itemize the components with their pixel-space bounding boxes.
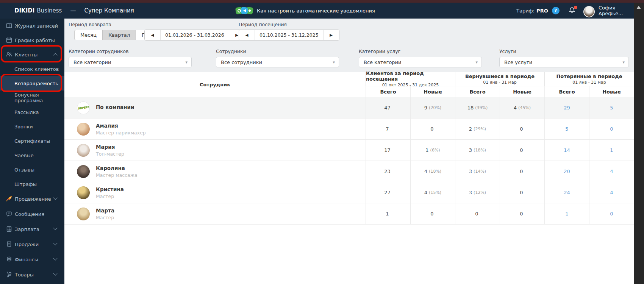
sidebar-item-bonus-program[interactable]: Бонусная программа	[0, 91, 64, 105]
cell-lost-new-link[interactable]: 4	[589, 161, 634, 182]
sidebar-item-tips[interactable]: Чаевые	[0, 148, 64, 162]
handtruck-icon	[5, 271, 13, 278]
employee-name: Каролина	[96, 165, 138, 171]
sidebar-item-label: Звонки	[14, 124, 33, 130]
cell-lost-new-link[interactable]: 5	[589, 97, 634, 118]
notifications-button[interactable]	[568, 6, 577, 15]
sidebar-item-penalties[interactable]: Штрафы	[0, 177, 64, 191]
employee-cell: Каролина Мастер массажа	[64, 161, 366, 182]
chevron-down-icon	[53, 241, 57, 245]
sidebar-item-label: Штрафы	[14, 181, 37, 187]
visit-period-datenav: ◀ 01.10.2025 - 31.12.2025 ▶	[239, 30, 339, 41]
user-avatar[interactable]	[583, 6, 595, 17]
staff-select[interactable]: Все сотрудники ▾	[216, 57, 339, 67]
cell-lost-total-link[interactable]: 14	[544, 140, 589, 161]
cell-lost-new-link[interactable]: 1	[589, 140, 634, 161]
chevron-up-icon	[53, 53, 57, 57]
sidebar-item-finance[interactable]: Финансы	[0, 252, 64, 267]
cell-returned-total: 3(12%)	[455, 182, 500, 203]
staff-categories-value: Все категории	[73, 59, 111, 65]
cell-returned-total: 18(39%)	[455, 97, 500, 118]
employee-avatar	[77, 186, 90, 199]
sidebar-item-messages[interactable]: Сообщения	[0, 206, 64, 222]
subheader-new: Новые	[500, 86, 544, 97]
employee-cell: SUPER! По компании	[64, 97, 366, 118]
cell-lost-total-link[interactable]: 20	[544, 161, 589, 182]
sidebar-item-schedule[interactable]: График работы	[0, 33, 64, 47]
subheader-total: Всего	[455, 86, 500, 97]
sidebar-item-promotion[interactable]: Продвижение	[0, 191, 64, 206]
table-header: Сотрудник Клиентов за период посещения 0…	[64, 72, 634, 97]
sidebar-item-salary[interactable]: Зарплата	[0, 222, 64, 237]
cell-lost-new-link[interactable]: 0	[589, 119, 634, 139]
toggle-month[interactable]: Месяц	[75, 30, 102, 40]
clients-icon	[5, 51, 13, 58]
cell-returned-new: 4(45%)	[500, 97, 544, 118]
employee-role: Топ-мастер	[96, 151, 124, 157]
sidebar-item-label: Рассылка	[14, 109, 39, 115]
sidebar-item-goods[interactable]: Товары	[0, 267, 64, 282]
cell-lost-total-link[interactable]: 1	[544, 203, 589, 224]
sidebar-item-journal[interactable]: Журнал записей	[0, 19, 64, 33]
promo-link[interactable]: Как настроить автоматические уведомления	[236, 3, 375, 19]
sidebar-item-calls[interactable]: Звонки	[0, 119, 64, 134]
chevron-down-icon	[53, 256, 57, 260]
main-content: Период возврата Месяц Квартал Год ◀ 01.0…	[64, 19, 634, 284]
service-categories-value: Все категории	[364, 59, 402, 65]
sidebar-item-clients[interactable]: Клиенты	[0, 47, 64, 62]
cell-lost-total-link[interactable]: 24	[544, 182, 589, 203]
visit-period-range[interactable]: 01.10.2025 - 31.12.2025	[255, 30, 323, 40]
sidebar-item-label: Чаевые	[14, 153, 34, 158]
cell-clients-total: 7	[366, 119, 410, 139]
company-logo: SUPER!	[77, 101, 90, 114]
brand-dikidi: DIKIDI	[14, 7, 34, 14]
app-header: DIKIDI Business — Супер Компания Как нас…	[0, 3, 634, 19]
sidebar-item-certificates[interactable]: Сертификаты	[0, 134, 64, 148]
sidebar-item-client-list[interactable]: Список клиентов	[0, 62, 64, 76]
help-icon[interactable]: ?	[552, 7, 560, 14]
cell-lost-total-link[interactable]: 29	[544, 97, 589, 118]
messenger-icon-2	[241, 7, 248, 14]
sidebar-item-label: Финансы	[15, 257, 38, 262]
group-clients-header: Клиентов за период посещения 01 окт 2025…	[366, 72, 455, 86]
employee-avatar	[77, 165, 90, 178]
chevron-down-icon	[53, 226, 57, 230]
sidebar-item-label: Сертификаты	[14, 138, 50, 144]
cell-clients-new: 4(15%)	[410, 182, 455, 203]
services-select[interactable]: Все услуги ▾	[499, 57, 629, 67]
sidebar-item-label: Список клиентов	[14, 66, 59, 72]
sidebar-item-mailing[interactable]: Рассылка	[0, 105, 64, 119]
next-period-button[interactable]: ▶	[323, 30, 339, 40]
cell-returned-total: 0	[455, 203, 500, 224]
table-row: Амалия Мастер парикмахер 7 0 2(29%) 0 5 …	[64, 119, 634, 140]
cell-returned-new: 0	[500, 203, 544, 224]
staff-categories-select[interactable]: Все категории ▾	[69, 57, 192, 67]
cell-clients-total: 47	[366, 97, 410, 118]
employee-cell: Марта Мастер	[64, 203, 366, 224]
employee-role: Мастер массажа	[96, 172, 138, 178]
service-categories-select[interactable]: Все категории ▾	[359, 57, 482, 67]
employee-name: Мария	[96, 144, 124, 150]
cell-lost-total-link[interactable]: 5	[544, 119, 589, 139]
toggle-quarter[interactable]: Квартал	[102, 30, 136, 40]
cell-clients-total: 1	[366, 203, 410, 224]
chevron-down-icon	[53, 195, 57, 200]
tariff-badge[interactable]: Тариф: PRO	[516, 3, 548, 19]
sidebar-item-reviews[interactable]: Отзывы	[0, 162, 64, 177]
cell-lost-new-link[interactable]: 0	[589, 203, 634, 224]
employee-name: Марта	[96, 208, 114, 214]
page-scrollbar[interactable]	[634, 3, 644, 284]
prev-period-button[interactable]: ◀	[239, 30, 255, 40]
cell-clients-new: 9(20%)	[410, 97, 455, 118]
user-name[interactable]: София Арефье...	[599, 3, 634, 19]
chevron-down-icon: ▾	[622, 60, 625, 65]
brand-business: Business	[37, 7, 62, 14]
scroll-up-arrow-icon[interactable]	[636, 6, 641, 9]
employee-cell: Мария Топ-мастер	[64, 140, 366, 161]
prev-period-button[interactable]: ◀	[145, 30, 161, 40]
sidebar-item-label: Продвижение	[15, 196, 51, 202]
cell-lost-new-link[interactable]: 4	[589, 182, 634, 203]
sidebar-item-sales[interactable]: Продажи	[0, 237, 64, 252]
sidebar-item-returnability[interactable]: Возвращаемость	[0, 76, 64, 91]
return-period-range[interactable]: 01.01.2026 - 31.03.2026	[161, 30, 229, 40]
